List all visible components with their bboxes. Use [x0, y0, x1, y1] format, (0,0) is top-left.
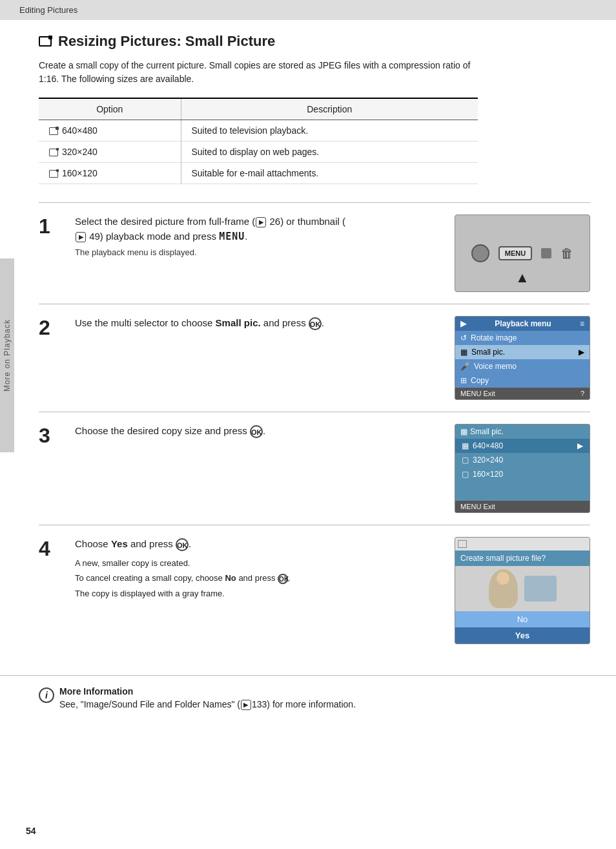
confirm-btn-no[interactable]: No [455, 611, 590, 627]
step-2-number: 2 [39, 316, 62, 338]
step-3-text: Choose the desired copy size and press O… [75, 424, 353, 439]
preview-person [489, 569, 518, 608]
table-cell-option-1: 320×240 [39, 142, 181, 163]
more-info-title: More Information [59, 686, 356, 697]
more-info-body: See, "Image/Sound File and Folder Names"… [59, 699, 356, 710]
more-info-ref: 133 [252, 699, 267, 709]
ref-icon-2: ▶ [76, 232, 86, 242]
table-col1-header: Option [39, 98, 181, 120]
table-row: 160×120Suitable for e-mail attachments. [39, 163, 478, 184]
title-icon [39, 36, 52, 47]
step-2-text: Use the multi selector to choose Small p… [75, 316, 353, 331]
size-icon-320: ▢ [462, 456, 469, 465]
table-cell-desc-1: Suited to display on web pages. [181, 142, 478, 163]
more-info-text: See, "Image/Sound File and Folder Names"… [59, 699, 240, 709]
page-footer: i More Information See, "Image/Sound Fil… [0, 675, 616, 720]
table-row: 320×240Suited to display on web pages. [39, 142, 478, 163]
menu-item-smallpic: ▦ Small pic. ▶ [455, 345, 590, 359]
step-1-content: Select the desired picture from full-fra… [75, 215, 442, 257]
step-1-image: MENU 🗑 ▲ [455, 215, 590, 292]
menu-exit-label: MENU Exit [460, 390, 495, 397]
camera-top-view: MENU 🗑 ▲ [455, 215, 590, 292]
menu-button-img: MENU [498, 246, 532, 260]
confirm-header: Create small picture file? [455, 550, 590, 566]
step-4-text: Choose Yes and press OK. [75, 537, 353, 552]
size-screen-header: ▦ Small pic. [455, 424, 590, 439]
ok-inline: OK [278, 574, 288, 584]
voice-label: Voice memo [474, 362, 517, 371]
table-cell-desc-2: Suitable for e-mail attachments. [181, 163, 478, 184]
more-info-ref-icon: ▶ [241, 700, 251, 710]
table-cell-option-0: 640×480 [39, 120, 181, 142]
confirm-small-icon-row [455, 538, 590, 550]
table-cell-option-2: 160×120 [39, 163, 181, 184]
size-item-320: ▢ 320×240 [455, 453, 590, 467]
menu-screen: ▶ Playback menu ≡ ↺ Rotate image ▦ Small… [455, 316, 590, 400]
note-3: The copy is displayed with a gray frame. [75, 587, 442, 600]
step-2-content: Use the multi selector to choose Small p… [75, 316, 442, 331]
step-4: 4 Choose Yes and press OK. A new, smalle… [39, 525, 590, 656]
smallpic-icon: ▦ [460, 348, 467, 357]
step-3-content: Choose the desired copy size and press O… [75, 424, 442, 439]
more-info-content: More Information See, "Image/Sound File … [59, 686, 356, 710]
step-2-bold: Small pic. [216, 317, 261, 328]
size-exit-label: MENU Exit [460, 503, 495, 510]
ok-button-2: OK [309, 317, 322, 330]
more-info: i More Information See, "Image/Sound Fil… [39, 686, 590, 710]
cam-btn-small [541, 248, 551, 258]
size-label-320: 320×240 [473, 456, 503, 465]
step-1-note: The playback menu is displayed. [75, 247, 442, 257]
menu-screen-bar: ≡ [580, 319, 584, 328]
rotate-icon: ↺ [460, 333, 467, 342]
step-4-yes: Yes [111, 538, 128, 549]
header-label: Editing Pictures [19, 5, 77, 15]
voice-icon: 🎤 [460, 362, 470, 371]
playback-menu-title: Playback menu [495, 319, 551, 328]
smallpic-label: Small pic. [471, 348, 505, 357]
page-title: Resizing Pictures: Small Picture [39, 33, 590, 50]
step-4-notes: A new, smaller copy is created. To cance… [75, 557, 442, 600]
menu-item-copy: ⊞ Copy [455, 373, 590, 388]
playback-menu-icon: ▶ [460, 319, 466, 328]
step-1-number: 1 [39, 215, 62, 236]
main-content: Resizing Pictures: Small Picture Create … [0, 20, 616, 669]
menu-screen-footer: MENU Exit ? [455, 388, 590, 399]
table-cell-desc-0: Suited to television playback. [181, 120, 478, 142]
menu-screen-header: ▶ Playback menu ≡ [455, 317, 590, 331]
menu-item-rotate: ↺ Rotate image [455, 331, 590, 345]
sidebar: More on Playback [0, 258, 14, 452]
options-table: Option Description 640×480Suited to tele… [39, 98, 478, 184]
size-item-160: ▢ 160×120 [455, 467, 590, 481]
no-label: No [225, 573, 236, 583]
size-icon-640: ▦ [462, 441, 469, 450]
size-screen-icon: ▦ [460, 427, 467, 436]
size-arrow-640: ▶ [577, 441, 583, 450]
camera-controls: MENU 🗑 [471, 244, 573, 262]
step-3-number: 3 [39, 424, 62, 446]
confirm-screen: Create small picture file? No Yes [455, 537, 590, 644]
step-3-image: ▦ Small pic. ▦ 640×480 ▶ ▢ 320×240 ▢ 1 [455, 424, 590, 513]
ok-button-4: OK [176, 538, 189, 551]
size-label-160: 160×120 [473, 470, 503, 479]
step-3: 3 Choose the desired copy size and press… [39, 412, 590, 525]
ok-button-3: OK [250, 425, 263, 438]
confirm-btn-yes[interactable]: Yes [455, 627, 590, 644]
page-number: 54 [26, 826, 36, 836]
size-screen-title: Small pic. [470, 427, 504, 436]
size-icon-160: ▢ [462, 470, 469, 479]
menu-item-voice: 🎤 Voice memo [455, 359, 590, 373]
menu-label: MENU [219, 231, 245, 242]
more-info-icon: i [39, 687, 54, 703]
copy-label: Copy [471, 376, 489, 385]
step-1: 1 Select the desired picture from full-f… [39, 202, 590, 304]
smallpic-arrow: ▶ [579, 348, 584, 357]
steps-container: 1 Select the desired picture from full-f… [39, 202, 590, 656]
person-head [497, 572, 509, 585]
sidebar-label: More on Playback [3, 319, 12, 392]
note-1: A new, smaller copy is created. [75, 557, 442, 570]
step-4-image: Create small picture file? No Yes [455, 537, 590, 644]
intro-text: Create a small copy of the current pictu… [39, 59, 491, 86]
preview-boat [524, 576, 557, 602]
table-row: 640×480Suited to television playback. [39, 120, 478, 142]
more-info-end: ) for more information. [267, 699, 356, 709]
